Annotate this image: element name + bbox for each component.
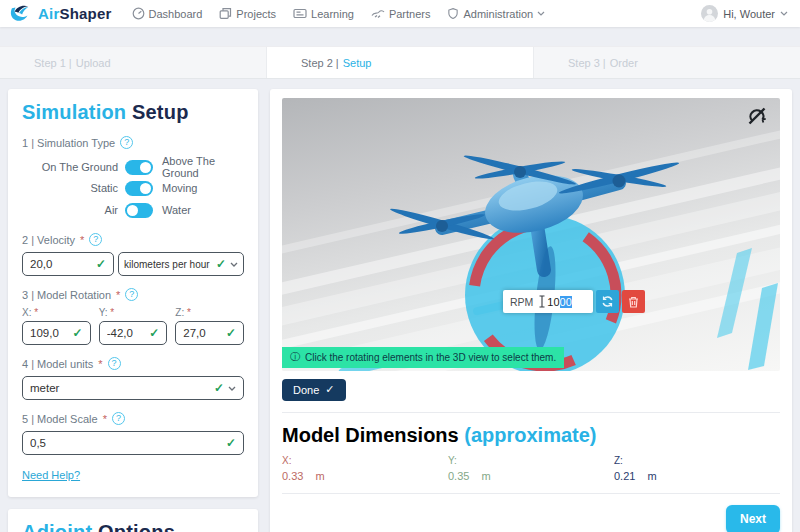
rpm-label: RPM xyxy=(510,296,533,308)
velocity-input[interactable]: 20,0 ✓ xyxy=(22,252,114,276)
ground-toggle[interactable] xyxy=(125,160,153,175)
rotation-y-input[interactable]: -42,0 ✓ xyxy=(99,321,168,345)
viewport-hint-banner: ⓘ Click the rotating elements in the 3D … xyxy=(282,347,564,368)
nav-label: Dashboard xyxy=(149,8,203,20)
banner-text: Click the rotating elements in the 3D vi… xyxy=(305,352,556,363)
divider xyxy=(282,493,780,494)
valid-check-icon: ✓ xyxy=(226,436,236,450)
motion-toggle[interactable] xyxy=(125,181,153,196)
rotation-x-input[interactable]: 109,0 ✓ xyxy=(22,321,91,345)
partners-icon xyxy=(371,7,385,20)
chevron-down-icon xyxy=(780,11,788,16)
rotation-y: Y: * -42,0 ✓ xyxy=(99,307,168,345)
rpm-input-box: RPM 1000 xyxy=(503,290,593,313)
rotation-y-label: Y: * xyxy=(99,307,168,318)
toggle-knob xyxy=(140,162,151,173)
rpm-control: RPM 1000 xyxy=(503,290,645,313)
medium-toggle[interactable] xyxy=(125,203,153,218)
rotation-fields: X: * 109,0 ✓ Y: * -42,0 ✓ Z: * xyxy=(22,307,244,345)
nav-item-administration[interactable]: Administration xyxy=(447,7,545,20)
step-3-order-tab[interactable]: Step 3 | Order xyxy=(534,47,800,78)
simulation-type-label: 1 | Simulation Type ? xyxy=(22,136,244,149)
rotation-z: Z: * 27,0 ✓ xyxy=(175,307,244,345)
model-rotation-label: 3 | Model Rotation* ? xyxy=(22,288,244,301)
velocity-unit-select[interactable]: kilometers per hour ✓ xyxy=(118,252,244,276)
help-icon[interactable]: ? xyxy=(120,136,133,149)
help-icon[interactable]: ? xyxy=(89,233,102,246)
dimension-z-unit: m xyxy=(647,470,656,482)
simulation-setup-card: Simulation Setup 1 | Simulation Type ? O… xyxy=(8,89,258,497)
sync-icon xyxy=(601,295,614,308)
settings-sidebar: Simulation Setup 1 | Simulation Type ? O… xyxy=(8,89,258,532)
done-button[interactable]: Done ✓ xyxy=(282,379,346,401)
help-icon[interactable]: ? xyxy=(108,357,121,370)
next-button[interactable]: Next xyxy=(726,505,780,532)
step-label: Upload xyxy=(76,57,111,69)
step-prefix: Step 3 | xyxy=(568,57,606,69)
rotation-x: X: * 109,0 ✓ xyxy=(22,307,91,345)
airshaper-swoosh-icon xyxy=(8,4,33,23)
model-dimensions-values: X: 0.33m Y: 0.35m Z: 0.21m xyxy=(282,455,780,482)
rpm-apply-button[interactable] xyxy=(596,290,619,313)
rpm-value-input[interactable]: 1000 xyxy=(547,296,587,308)
toggle-left-label: Air xyxy=(22,204,118,216)
nav-item-projects[interactable]: Projects xyxy=(219,7,276,20)
nav-label: Administration xyxy=(463,8,533,20)
nav-label: Learning xyxy=(311,8,354,20)
dimension-x: X: 0.33m xyxy=(282,455,448,482)
step-prefix: Step 1 | xyxy=(34,57,72,69)
help-icon[interactable]: ? xyxy=(125,288,138,301)
nav-item-dashboard[interactable]: Dashboard xyxy=(132,7,203,20)
toggle-knob xyxy=(127,205,138,216)
avatar xyxy=(701,5,718,22)
model-scale-input[interactable]: 0,5 ✓ xyxy=(22,431,244,455)
rotation-z-label: Z: * xyxy=(175,307,244,318)
model-units-label: 4 | Model units* ? xyxy=(22,357,244,370)
valid-check-icon: ✓ xyxy=(216,257,226,271)
check-icon: ✓ xyxy=(325,383,334,396)
step-bar: Step 1 | Upload Step 2 | Setup Step 3 | … xyxy=(0,46,800,79)
administration-shield-icon xyxy=(447,7,459,20)
model-dimensions-title: Model Dimensions (approximate) xyxy=(282,424,780,447)
user-menu[interactable]: Hi, Wouter xyxy=(701,5,788,22)
step-1-upload-tab[interactable]: Step 1 | Upload xyxy=(0,47,267,78)
divider xyxy=(282,412,780,413)
rotation-x-label: X: * xyxy=(22,307,91,318)
model-units-select[interactable]: meter ✓ xyxy=(22,376,244,400)
nav-item-learning[interactable]: Learning xyxy=(293,7,354,20)
step-2-setup-tab[interactable]: Step 2 | Setup xyxy=(267,47,534,78)
help-icon[interactable]: ? xyxy=(112,412,125,425)
airshaper-logo[interactable]: AirShaper xyxy=(8,4,112,23)
projects-icon xyxy=(219,7,232,20)
valid-check-icon: ✓ xyxy=(226,326,236,340)
3d-viewport[interactable]: RPM 1000 xyxy=(282,98,780,371)
model-scale-label: 5 | Model Scale* ? xyxy=(22,412,244,425)
nav-label: Partners xyxy=(389,8,431,20)
dimension-x-value: 0.33 xyxy=(282,470,303,482)
toggle-right-label: Water xyxy=(162,204,244,216)
dimension-y-unit: m xyxy=(481,470,490,482)
step-label: Order xyxy=(610,57,638,69)
toggle-left-label: On The Ground xyxy=(22,161,118,173)
adjoint-options-card: Adjoint Options Adjoint box xyxy=(8,509,258,532)
step-prefix: Step 2 | xyxy=(301,57,339,69)
nav-item-partners[interactable]: Partners xyxy=(371,7,431,20)
valid-check-icon: ✓ xyxy=(73,326,83,340)
simulation-setup-title: Simulation Setup xyxy=(22,101,244,124)
setup-main-panel: RPM 1000 xyxy=(270,89,792,532)
dimension-z: Z: 0.21m xyxy=(614,455,780,482)
chevron-down-icon xyxy=(537,11,545,16)
valid-check-icon: ✓ xyxy=(96,257,106,271)
toggle-right-label: Above The Ground xyxy=(162,155,244,179)
nav-label: Projects xyxy=(236,8,276,20)
info-icon: ⓘ xyxy=(290,350,300,364)
chevron-down-icon xyxy=(228,386,236,391)
dimension-y-label: Y: xyxy=(448,455,614,466)
user-greeting: Hi, Wouter xyxy=(723,8,775,20)
toggle-right-label: Moving xyxy=(162,182,244,194)
velocity-label: 2 | Velocity* ? xyxy=(22,233,244,246)
rotation-z-input[interactable]: 27,0 ✓ xyxy=(175,321,244,345)
rpm-delete-button[interactable] xyxy=(622,290,645,313)
orbit-rotate-icon[interactable] xyxy=(746,105,768,131)
need-help-link[interactable]: Need Help? xyxy=(22,469,80,481)
